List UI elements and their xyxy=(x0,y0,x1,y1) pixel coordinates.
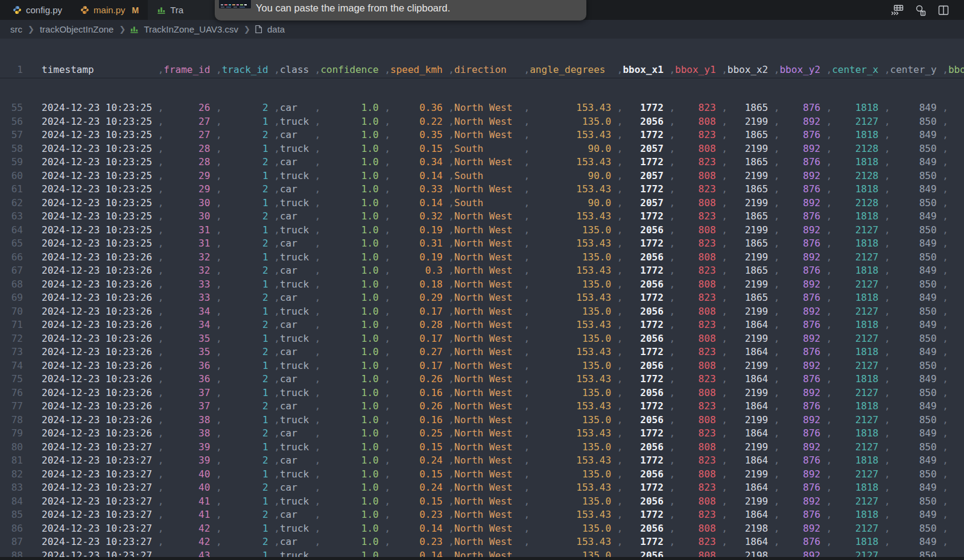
comma-separator: , xyxy=(274,482,280,493)
comma-separator: , xyxy=(448,319,454,330)
comma-separator: , xyxy=(216,251,222,263)
cell-class: truck xyxy=(280,360,315,371)
comma-separator: , xyxy=(721,360,728,371)
cell-bbox_x1: 1772 xyxy=(623,427,669,439)
cell-bbox_y1: 808 xyxy=(675,496,721,507)
cell-confidence: 1.0 xyxy=(320,306,384,317)
cell-bbox_x1: 1772 xyxy=(623,400,669,412)
tab-main-py[interactable]: main.py M xyxy=(71,0,148,20)
cell-frame_id: 38 xyxy=(163,414,216,426)
comma-separator: , xyxy=(158,278,164,290)
comma-separator: , xyxy=(158,183,164,195)
csv-row: 622024-12-23 10:23:25 , 30 , 1 ,truck , … xyxy=(0,197,964,210)
comma-separator: , xyxy=(524,496,530,507)
line-number: 78 xyxy=(0,414,23,427)
cell-direction: North West xyxy=(454,306,524,317)
split-editor-icon[interactable] xyxy=(937,4,950,16)
comma-separator: , xyxy=(826,292,832,303)
cell-confidence: 1.0 xyxy=(320,210,384,222)
comma-separator: , xyxy=(274,319,280,330)
comma-separator: , xyxy=(315,210,321,222)
comma-separator: , xyxy=(448,183,454,195)
breadcrumb-item-folder[interactable]: trackObjectInZone xyxy=(40,24,114,34)
cell-center_x: 2127 xyxy=(832,387,884,398)
cell-class: car xyxy=(280,346,315,357)
comma-separator: , xyxy=(274,523,280,534)
comma-separator: , xyxy=(315,170,321,181)
cell-bbox_x1: 1772 xyxy=(623,509,669,520)
cell-confidence: 1.0 xyxy=(320,333,384,344)
cell-confidence: 1.0 xyxy=(320,238,384,249)
cell-bbox_x2: 1865 xyxy=(728,183,774,195)
cell-speed_kmh: 0.26 xyxy=(390,373,448,385)
comma-separator: , xyxy=(315,319,321,330)
cell-frame_id: 42 xyxy=(163,523,216,534)
breadcrumb-item-file[interactable]: TrackInZone_UAV3.csv xyxy=(144,24,238,34)
csv-row: 702024-12-23 10:23:26 , 34 , 1 ,truck , … xyxy=(0,305,964,319)
comma-separator: , xyxy=(884,373,890,385)
breadcrumb-item-data[interactable]: data xyxy=(267,24,285,34)
cell-timestamp: 2024-12-23 10:23:25 xyxy=(42,238,158,249)
comma-separator: , xyxy=(669,496,675,507)
cell-timestamp: 2024-12-23 10:23:25 xyxy=(42,143,158,154)
comma-separator: , xyxy=(721,482,728,493)
comma-separator: , xyxy=(884,210,890,222)
comma-separator: , xyxy=(884,238,890,249)
comma-separator: , xyxy=(384,306,390,317)
cell-confidence: 1.0 xyxy=(320,482,384,493)
breadcrumb-item-src[interactable]: src xyxy=(10,24,22,34)
cell-angle_degrees: 153.43 xyxy=(530,238,617,249)
cell-confidence: 1.0 xyxy=(320,265,384,276)
comma-separator: , xyxy=(524,360,530,371)
comma-separator: , xyxy=(524,441,530,453)
csv-row: 732024-12-23 10:23:26 , 35 , 2 ,car , 1.… xyxy=(0,345,964,359)
comma-separator: , xyxy=(216,156,222,168)
find-in-file-icon[interactable] xyxy=(915,4,927,16)
csv-table-settings-icon[interactable] xyxy=(890,4,904,16)
comma-separator: , xyxy=(884,129,890,140)
cell-bbox_x1: 2056 xyxy=(623,441,669,453)
comma-separator: , xyxy=(884,102,890,113)
csv-editor[interactable]: 1timestamp ,frame_id ,track_id ,class ,c… xyxy=(0,39,964,560)
cell-confidence: 1.0 xyxy=(320,197,384,209)
comma-separator: , xyxy=(384,210,390,222)
cell-angle_degrees: 153.43 xyxy=(530,129,617,140)
cell-center_y: 849 xyxy=(890,292,943,303)
comma-separator: , xyxy=(721,306,728,317)
tab-config-py[interactable]: config.py xyxy=(4,0,71,20)
cell-bbox_y2: 892 xyxy=(779,414,826,426)
cell-timestamp: 2024-12-23 10:23:26 xyxy=(42,319,158,330)
comma-separator: , xyxy=(826,64,832,75)
comma-separator: , xyxy=(216,319,222,330)
cell-bbox_x2: 1864 xyxy=(728,455,774,466)
comma-separator: , xyxy=(826,183,832,195)
cell-confidence: 1.0 xyxy=(320,455,384,466)
comma-separator: , xyxy=(721,373,728,385)
cell-frame_id: 29 xyxy=(163,170,216,181)
cell-center_y: 849 xyxy=(890,238,943,249)
comma-separator: , xyxy=(274,238,280,249)
csv-row: 692024-12-23 10:23:26 , 33 , 2 ,car , 1.… xyxy=(0,291,964,305)
cell-bbox_x2: 1865 xyxy=(728,265,774,276)
comma-separator: , xyxy=(617,278,623,290)
cell-class: truck xyxy=(280,143,315,154)
cell-speed_kmh: 0.22 xyxy=(390,116,448,127)
comma-separator: , xyxy=(384,427,390,439)
cell-bbox_x2: 1865 xyxy=(728,129,774,140)
csv-row: 862024-12-23 10:23:27 , 42 , 1 ,truck , … xyxy=(0,522,964,536)
cell-timestamp: 2024-12-23 10:23:25 xyxy=(42,156,158,168)
cell-class: car xyxy=(280,129,315,140)
comma-separator: , xyxy=(384,496,390,507)
cell-bbox_y1: 823 xyxy=(675,536,721,547)
comma-separator: , xyxy=(617,183,623,195)
cell-bbox_y2: 892 xyxy=(779,306,826,317)
comma-separator: , xyxy=(315,333,321,344)
comma-separator: , xyxy=(216,387,222,398)
comma-separator: , xyxy=(384,482,390,493)
comma-separator: , xyxy=(669,346,675,357)
comma-separator: , xyxy=(158,319,164,330)
comma-separator: , xyxy=(669,482,675,493)
python-icon xyxy=(80,5,89,14)
cell-confidence: 1.0 xyxy=(320,468,384,480)
cell-track_id: 1 xyxy=(222,143,274,154)
